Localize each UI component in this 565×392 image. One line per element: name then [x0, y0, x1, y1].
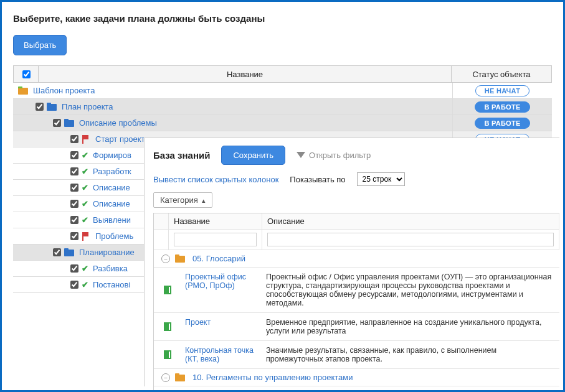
- row-checkbox[interactable]: [70, 184, 78, 192]
- show-per-label: Показывать по: [290, 175, 345, 184]
- book-icon: [164, 350, 171, 359]
- status-badge: В РАБОТЕ: [475, 101, 529, 113]
- status-badge: НЕ НАЧАТ: [475, 85, 530, 96]
- rows-per-page-select[interactable]: 25 строк: [357, 172, 405, 186]
- check-icon: [82, 199, 90, 208]
- node-leaf[interactable]: Проблемь: [95, 231, 133, 241]
- check-icon: [82, 215, 90, 225]
- kb-item-desc: Описывает правила работы с проектами в к…: [262, 386, 559, 392]
- node-leaf[interactable]: Разбивка: [93, 264, 128, 273]
- col-status-header: Статус объекта: [452, 66, 551, 82]
- folder-icon: [64, 248, 74, 256]
- folder-icon: [47, 103, 57, 111]
- select-all-checkbox[interactable]: [22, 70, 31, 78]
- folder-icon: [64, 119, 74, 127]
- filter-name-input[interactable]: [174, 233, 257, 246]
- node-leaf[interactable]: Описание: [93, 183, 130, 192]
- kb-group-name[interactable]: 10. Регламенты по управлению проектами: [192, 373, 353, 382]
- row-checkbox[interactable]: [70, 200, 78, 208]
- node-plan[interactable]: План проекта: [62, 102, 113, 111]
- node-leaf[interactable]: Выявлени: [93, 215, 131, 225]
- kb-col-desc: Описание: [262, 213, 559, 229]
- collapse-group-icon[interactable]: –: [161, 254, 170, 263]
- collapse-group-icon[interactable]: –: [161, 373, 170, 382]
- status-badge: В РАБОТЕ: [475, 118, 529, 129]
- kb-col-name: Название: [169, 213, 262, 229]
- book-icon: [164, 322, 171, 331]
- book-icon: [164, 286, 171, 294]
- row-checkbox[interactable]: [70, 151, 78, 159]
- check-icon: [82, 280, 90, 289]
- kb-item-desc: Временное предприятие, направленное на с…: [262, 313, 559, 340]
- kb-item-name[interactable]: Контрольная точка (КТ, веха): [181, 341, 262, 368]
- node-planning[interactable]: Планирование: [79, 248, 135, 257]
- kb-table: Название Описание – 05. Глоссарий Проект…: [153, 213, 559, 392]
- category-sort-tag[interactable]: Категория: [153, 192, 212, 208]
- show-hidden-columns-link[interactable]: Вывести список скрытых колонок: [153, 175, 278, 184]
- row-checkbox[interactable]: [70, 232, 78, 240]
- folder-icon: [175, 254, 185, 263]
- kb-item-name[interactable]: Проектный офис (PMO, ПрОф): [181, 268, 262, 312]
- check-icon: [82, 183, 90, 192]
- row-checkbox[interactable]: [36, 103, 44, 111]
- select-button[interactable]: Выбрать: [13, 35, 67, 55]
- row-checkbox[interactable]: [53, 248, 61, 256]
- check-icon: [82, 151, 90, 160]
- check-icon: [82, 264, 90, 273]
- node-start[interactable]: Старт проекта: [95, 134, 150, 144]
- knowledge-base-panel: База знаний Сохранить Открыть фильтр Выв…: [144, 138, 559, 386]
- node-template[interactable]: Шаблон проекта: [33, 86, 95, 95]
- node-leaf[interactable]: Описание: [93, 199, 130, 208]
- page-title: Выберите, какие задачи плана должны быть…: [13, 13, 552, 24]
- node-problem-desc[interactable]: Описание проблемы: [79, 118, 157, 128]
- col-name-header: Название: [39, 66, 452, 82]
- kb-title: База знаний: [153, 150, 210, 161]
- row-checkbox[interactable]: [53, 119, 61, 127]
- kb-item-desc: Проектный офис / Офис управления проекта…: [262, 268, 559, 312]
- kb-item-name[interactable]: Проект: [181, 313, 262, 340]
- row-checkbox[interactable]: [70, 281, 78, 289]
- node-leaf[interactable]: Постанові: [93, 280, 130, 289]
- category-sort-label: Категория: [160, 195, 198, 205]
- save-button[interactable]: Сохранить: [221, 146, 285, 165]
- kb-item-desc: Значимые результаты, связанные, как прав…: [262, 341, 559, 368]
- flag-icon: [82, 135, 90, 144]
- node-leaf[interactable]: Разработк: [93, 167, 131, 176]
- template-folder-icon: [18, 86, 28, 95]
- open-filter-label: Открыть фильтр: [309, 151, 371, 160]
- node-leaf[interactable]: Формиров: [93, 151, 131, 160]
- row-checkbox[interactable]: [70, 264, 78, 273]
- filter-desc-input[interactable]: [267, 233, 554, 246]
- open-filter-button[interactable]: Открыть фильтр: [297, 151, 371, 160]
- kb-item-name[interactable]: Стандарт КСУП: [181, 386, 262, 392]
- row-checkbox[interactable]: [70, 135, 78, 143]
- sort-asc-icon: [202, 195, 206, 205]
- flag-icon: [82, 232, 90, 241]
- filter-icon: [297, 151, 305, 160]
- row-checkbox[interactable]: [70, 216, 78, 224]
- kb-group-name[interactable]: 05. Глоссарий: [192, 254, 245, 263]
- check-icon: [82, 167, 90, 176]
- row-checkbox[interactable]: [70, 167, 78, 175]
- folder-icon: [175, 373, 185, 381]
